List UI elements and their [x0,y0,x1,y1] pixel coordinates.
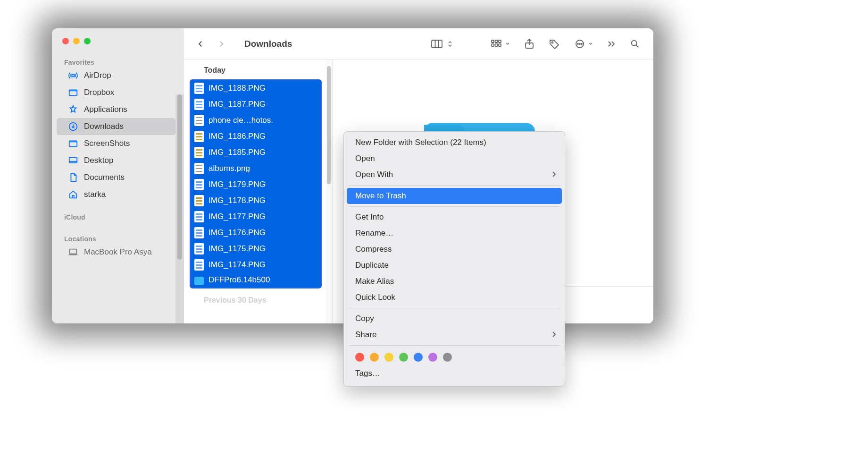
menu-item[interactable]: Quick Look [344,289,565,305]
sidebar-item-documents[interactable]: Documents [57,169,175,186]
sidebar-item-home[interactable]: starka [57,186,175,203]
search-button[interactable] [625,36,645,52]
sidebar-item-label: Downloads [84,122,124,131]
forward-button[interactable] [213,36,229,52]
tag-color-dot[interactable] [355,353,364,362]
file-row[interactable]: IMG_1174.PNG [191,257,321,273]
menu-item[interactable]: Copy [344,311,565,327]
sidebar-item-label: Documents [84,173,125,182]
menu-item-label: Get Info [355,212,384,222]
folder-icon [68,87,78,98]
file-thumbnail [194,227,204,238]
svg-rect-6 [432,40,442,48]
sidebar-item-dropbox[interactable]: Dropbox [57,84,175,101]
sidebar-item-label: AirDrop [84,71,111,80]
file-row[interactable]: DFFPro6.14b500 [191,273,321,288]
svg-point-16 [577,43,578,44]
menu-item-label: Copy [355,314,374,323]
tags-button[interactable] [544,36,565,52]
file-row[interactable]: phone cle…hotos. [191,112,321,128]
file-row[interactable]: IMG_1175.PNG [191,241,321,257]
sidebar-item-applications[interactable]: Applications [57,101,175,118]
sidebar-item-label: Desktop [84,156,113,165]
svg-point-0 [72,74,75,77]
svg-rect-7 [492,40,494,42]
svg-point-14 [552,42,553,43]
tag-color-dot[interactable] [384,353,393,362]
menu-item[interactable]: Open [344,151,565,167]
file-thumbnail [194,259,204,271]
zoom-window-button[interactable] [84,38,91,44]
file-thumbnail [194,83,204,94]
sidebar-item-downloads[interactable]: Downloads [57,118,175,135]
applications-icon [68,104,78,115]
sidebar-section-icloud: iCloud [52,210,184,222]
menu-item-label: Open [355,154,375,163]
file-row[interactable]: IMG_1177.PNG [191,209,321,225]
menu-separator [349,185,560,186]
overflow-button[interactable] [602,37,620,51]
sidebar-item-airdrop[interactable]: AirDrop [57,67,175,84]
file-thumbnail [194,277,204,285]
file-row[interactable]: IMG_1187.PNG [191,96,321,112]
group-button[interactable] [485,36,515,52]
sidebar-item-screenshots[interactable]: ScreenShots [57,135,175,152]
view-columns-button[interactable] [426,36,460,52]
file-row[interactable]: IMG_1178.PNG [191,193,321,209]
file-name: IMG_1177.PNG [209,212,266,221]
svg-rect-11 [495,44,498,46]
menu-item[interactable]: Share [344,327,565,343]
tag-color-dot[interactable] [370,353,379,362]
close-window-button[interactable] [62,38,69,44]
menu-item[interactable]: New Folder with Selection (22 Items) [344,135,565,151]
menu-item[interactable]: Move to Trash [347,188,562,204]
file-name: phone cle…hotos. [209,116,273,125]
menu-item-label: New Folder with Selection (22 Items) [355,138,486,147]
tag-color-dot[interactable] [428,353,437,362]
back-button[interactable] [192,36,209,52]
svg-point-17 [579,43,580,44]
file-row[interactable]: IMG_1185.PNG [191,144,321,161]
file-name: IMG_1178.PNG [209,196,266,205]
menu-item-label: Rename… [355,229,393,238]
file-name: IMG_1188.PNG [209,84,266,93]
downloads-icon [68,121,78,132]
menu-item[interactable]: Compress [344,241,565,257]
tag-color-dot[interactable] [414,353,423,362]
sidebar-item-macbook[interactable]: MacBook Pro Asya [57,244,175,261]
tag-color-dot[interactable] [399,353,408,362]
file-row[interactable]: IMG_1176.PNG [191,225,321,241]
svg-rect-12 [499,44,501,46]
menu-item[interactable]: Make Alias [344,273,565,289]
file-name: DFFPro6.14b500 [209,275,270,285]
column-scrollbar[interactable] [326,59,332,323]
chevron-down-icon [587,41,593,47]
actions-button[interactable] [569,36,598,52]
minimize-window-button[interactable] [73,38,80,44]
sidebar-item-desktop[interactable]: Desktop [57,152,175,169]
menu-item-label: Open With [355,170,393,179]
tag-color-dot[interactable] [443,353,452,362]
svg-rect-8 [495,40,498,42]
chevron-right-icon [551,171,556,179]
sidebar-scrollbar[interactable] [175,94,184,323]
file-name: IMG_1185.PNG [209,148,266,157]
sidebar-locations-list: MacBook Pro Asya [52,244,184,261]
menu-item[interactable]: Duplicate [344,257,565,273]
file-row[interactable]: albums.png [191,161,321,177]
menu-item[interactable]: Get Info [344,209,565,225]
sidebar-item-label: ScreenShots [84,139,130,148]
menu-item-label: Quick Look [355,293,395,302]
menu-tag-colors [344,348,565,365]
menu-item[interactable]: Open With [344,167,565,183]
sidebar-item-label: Applications [84,105,127,114]
share-button[interactable] [519,35,539,52]
menu-item[interactable]: Rename… [344,225,565,241]
file-row[interactable]: IMG_1179.PNG [191,177,321,193]
menu-item-label: Compress [355,245,392,254]
menu-item[interactable]: Tags… [344,365,565,382]
file-selection-block[interactable]: IMG_1188.PNGIMG_1187.PNGphone cle…hotos.… [190,79,322,288]
file-name: IMG_1179.PNG [209,180,266,189]
file-row[interactable]: IMG_1188.PNG [191,80,321,96]
file-row[interactable]: IMG_1186.PNG [191,128,321,144]
